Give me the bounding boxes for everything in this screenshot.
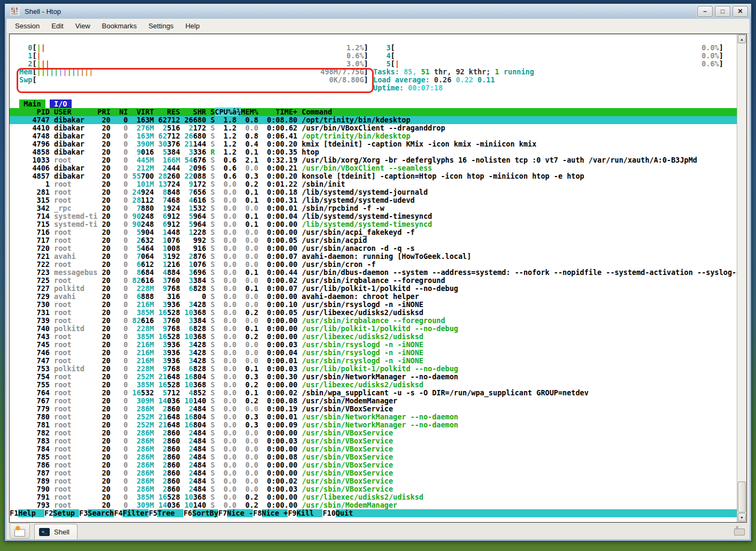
fkey-f10-label[interactable]: Quit bbox=[336, 509, 353, 517]
process-row[interactable]: 715 systemd-ti 20 0 90248 6912 5964 S 0.… bbox=[10, 220, 737, 228]
process-row[interactable]: 717 root 20 0 2632 1076 992 S 0.0 0.0 0:… bbox=[10, 236, 737, 244]
htop-screen-tabs[interactable]: Main I/O bbox=[10, 100, 737, 108]
process-row[interactable]: 739 root 20 0 82616 3760 3384 S 0.0 0.0 … bbox=[10, 317, 737, 325]
fkey-f2[interactable]: F2 bbox=[44, 509, 53, 517]
process-row[interactable]: 793 root 20 0 309M 14036 10140 S 0.0 0.2… bbox=[10, 501, 737, 509]
fkey-f8[interactable]: F8 bbox=[253, 509, 261, 517]
process-row[interactable]: 779 root 20 0 286M 2860 2484 S 0.0 0.0 0… bbox=[10, 405, 737, 413]
process-row[interactable]: 786 root 20 0 286M 2860 2484 S 0.0 0.0 0… bbox=[10, 461, 737, 469]
fkey-f9-label[interactable]: Kill bbox=[297, 509, 323, 517]
htop-tab-io[interactable]: I/O bbox=[50, 100, 72, 108]
process-row[interactable]: 784 root 20 0 286M 2860 2484 S 0.0 0.0 0… bbox=[10, 445, 737, 453]
process-row[interactable]: 4410 dibakar 20 0 276M 2516 2172 S 1.2 0… bbox=[10, 124, 737, 132]
process-row[interactable]: 785 root 20 0 286M 2860 2484 S 0.0 0.0 0… bbox=[10, 453, 737, 461]
tab-shell-label: Shell bbox=[54, 528, 70, 536]
minimize-button[interactable]: – bbox=[697, 6, 713, 17]
menu-bookmarks[interactable]: Bookmarks bbox=[98, 20, 141, 32]
process-row[interactable]: 714 systemd-ti 20 0 90248 6912 5964 S 0.… bbox=[10, 212, 737, 220]
fkey-f4-label[interactable]: Filter bbox=[122, 509, 149, 517]
tab-shell[interactable]: »_ Shell bbox=[34, 524, 78, 539]
process-row[interactable]: 725 root 20 0 82616 3760 3384 S 0.0 0.0 … bbox=[10, 277, 737, 285]
close-button[interactable]: ✕ bbox=[732, 6, 748, 17]
uptime: Uptime: 00:07:18 bbox=[373, 84, 443, 92]
terminal-scrollbar[interactable]: ▲ ▼ bbox=[737, 34, 746, 522]
menu-session[interactable]: Session bbox=[11, 20, 44, 32]
process-row[interactable]: 716 root 20 0 5904 1448 1228 S 0.0 0.0 0… bbox=[10, 228, 737, 236]
sort-column-cpu[interactable]: CPU%â¾ bbox=[215, 108, 241, 116]
process-row[interactable]: 342 _rpc 20 0 7880 1924 1532 S 0.0 0.0 0… bbox=[10, 204, 737, 212]
meter-cpu3[interactable]: 3[0.0%] bbox=[373, 44, 723, 52]
process-row[interactable]: 4858 dibakar 20 0 9016 5384 3336 R 1.2 0… bbox=[10, 148, 737, 156]
process-row[interactable]: 780 root 20 0 252M 21648 16804 S 0.0 0.3… bbox=[10, 413, 737, 421]
load-average: Load average: 0.26 0.22 0.11 bbox=[373, 76, 495, 84]
menu-edit[interactable]: Edit bbox=[47, 20, 67, 32]
process-row[interactable]: 740 polkitd 20 0 228M 9768 6828 S 0.0 0.… bbox=[10, 325, 737, 333]
htop-tab-main[interactable]: Main bbox=[19, 100, 45, 108]
process-row[interactable]: 745 root 20 0 216M 3936 3428 S 0.0 0.0 0… bbox=[10, 341, 737, 349]
scroll-down-icon[interactable]: ▼ bbox=[738, 513, 746, 522]
process-row[interactable]: 754 root 20 0 252M 21648 16804 S 0.0 0.3… bbox=[10, 373, 737, 381]
process-row[interactable]: 782 root 20 0 286M 2860 2484 S 0.0 0.0 0… bbox=[10, 429, 737, 437]
fkey-f1-label[interactable]: Help bbox=[18, 509, 44, 517]
menu-settings[interactable]: Settings bbox=[144, 20, 178, 32]
process-row[interactable]: 721 avahi 20 0 7064 3192 2876 S 0.0 0.0 … bbox=[10, 252, 737, 261]
fkey-f7[interactable]: F7 bbox=[218, 509, 227, 517]
fkey-f4[interactable]: F4 bbox=[114, 509, 122, 517]
process-row[interactable]: 747 root 20 0 216M 3936 3428 S 0.0 0.0 0… bbox=[10, 357, 737, 365]
fkey-f10[interactable]: F10 bbox=[322, 509, 335, 517]
process-row[interactable]: 4748 dibakar 20 0 163M 62712 26680 S 1.2… bbox=[10, 132, 737, 140]
scroll-up-icon[interactable]: ▲ bbox=[738, 35, 746, 43]
menu-view[interactable]: View bbox=[71, 20, 95, 32]
maximize-button[interactable]: □ bbox=[715, 6, 730, 17]
konsole-tab-icon: »_ bbox=[39, 528, 50, 536]
fkey-f2-label[interactable]: Setup bbox=[53, 509, 79, 517]
menu-help[interactable]: Help bbox=[181, 20, 204, 32]
process-row[interactable]: 4796 dibakar 20 0 390M 30376 21144 S 1.2… bbox=[10, 140, 737, 148]
process-row[interactable]: 755 root 20 0 385M 16528 10368 S 0.0 0.2… bbox=[10, 381, 737, 389]
fkey-f9[interactable]: F9 bbox=[288, 509, 296, 517]
meter-cpu5[interactable]: 5[|0.6%] bbox=[373, 60, 723, 68]
fkey-f5[interactable]: F5 bbox=[149, 509, 157, 517]
meter-cpu4[interactable]: 4[0.0%] bbox=[373, 52, 723, 60]
process-row[interactable]: 783 root 20 0 286M 2860 2484 S 0.0 0.0 0… bbox=[10, 437, 737, 445]
process-row[interactable]: 787 root 20 0 286M 2860 2484 S 0.0 0.0 0… bbox=[10, 469, 737, 477]
process-row[interactable]: 1 root 20 0 101M 13724 9172 S 0.0 0.2 0:… bbox=[10, 180, 737, 188]
process-row[interactable]: 753 polkitd 20 0 228M 9768 6828 S 0.0 0.… bbox=[10, 365, 737, 373]
process-row[interactable]: 729 avahi 20 0 6888 316 0 S 0.0 0.0 0:00… bbox=[10, 293, 737, 301]
konsole-window: Shell - Htop – □ ✕ SessionEditViewBookma… bbox=[4, 3, 752, 541]
fkey-f7-label[interactable]: Nice - bbox=[227, 509, 253, 517]
process-row[interactable]: 4747 dibakar 20 0 163M 62712 26680 S 1.8… bbox=[10, 116, 737, 124]
process-row[interactable]: 743 root 20 0 385M 16528 10368 S 0.0 0.2… bbox=[10, 333, 737, 341]
process-row[interactable]: 4406 dibakar 20 0 212M 2444 2096 S 0.6 0… bbox=[10, 164, 737, 172]
process-row[interactable]: 723 messagebus 20 0 8684 4884 3696 S 0.0… bbox=[10, 269, 737, 277]
process-row[interactable]: 281 root 20 0 24924 8848 7656 S 0.0 0.1 … bbox=[10, 188, 737, 196]
scrollbar-thumb[interactable] bbox=[738, 481, 746, 512]
fkey-f6-label[interactable]: SortBy bbox=[192, 509, 219, 517]
fkey-f3[interactable]: F3 bbox=[79, 509, 88, 517]
titlebar[interactable]: Shell - Htop – □ ✕ bbox=[5, 4, 751, 19]
new-session-button[interactable]: ✸ bbox=[10, 523, 30, 539]
process-row[interactable]: 720 root 20 0 5464 1008 916 S 0.0 0.0 0:… bbox=[10, 244, 737, 252]
process-row[interactable]: 746 root 20 0 216M 3936 3428 S 0.0 0.0 0… bbox=[10, 349, 737, 357]
fkey-f8-label[interactable]: Nice + bbox=[262, 509, 288, 517]
process-row[interactable]: 789 root 20 0 286M 2860 2484 S 0.0 0.0 0… bbox=[10, 477, 737, 485]
process-row[interactable]: 727 polkitd 20 0 228M 9768 6828 S 0.0 0.… bbox=[10, 285, 737, 293]
process-row[interactable]: 315 root 20 0 28112 7468 4616 S 0.0 0.1 … bbox=[10, 196, 737, 204]
fkey-f1[interactable]: F1 bbox=[10, 509, 18, 517]
process-row[interactable]: 4857 dibakar 20 0 55700 28260 22088 S 0.… bbox=[10, 172, 737, 180]
fkey-f6[interactable]: F6 bbox=[183, 509, 192, 517]
process-row[interactable]: 730 root 20 0 216M 3936 3428 S 0.0 0.0 0… bbox=[10, 301, 737, 309]
process-row[interactable]: 722 root 20 0 6612 1216 1076 S 0.0 0.0 0… bbox=[10, 261, 737, 269]
htop-terminal[interactable]: 0[||1.2%] 1[|0.6%] 2[|||3.0%]Mem[|||||||… bbox=[10, 34, 737, 522]
process-row[interactable]: 781 root 20 0 252M 21648 16804 S 0.0 0.3… bbox=[10, 421, 737, 429]
fkey-f3-label[interactable]: Search bbox=[88, 509, 114, 517]
process-row[interactable]: 791 root 20 0 385M 16528 10368 S 0.0 0.2… bbox=[10, 493, 737, 501]
fkey-f5-label[interactable]: Tree bbox=[157, 509, 183, 517]
close-session-button[interactable] bbox=[731, 525, 747, 538]
table-header[interactable]: PID USER PRI NI VIRT RES SHR SCPU%â¾MEM%… bbox=[10, 108, 737, 116]
process-row[interactable]: 1033 root 20 0 445M 166M 54676 S 0.6 2.1… bbox=[10, 156, 737, 164]
process-row[interactable]: 767 root 20 0 309M 14036 10140 S 0.0 0.2… bbox=[10, 397, 737, 405]
process-row[interactable]: 731 root 20 0 385M 16528 10368 S 0.0 0.2… bbox=[10, 309, 737, 317]
process-row[interactable]: 790 root 20 0 286M 2860 2484 S 0.0 0.0 0… bbox=[10, 485, 737, 493]
process-row[interactable]: 764 root 20 0 16532 5712 4852 S 0.0 0.1 … bbox=[10, 389, 737, 397]
